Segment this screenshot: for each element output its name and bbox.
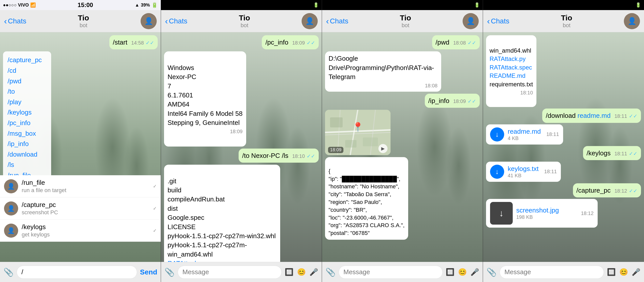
message-input-1[interactable] bbox=[17, 266, 137, 279]
chevron-left-icon-2: ‹ bbox=[165, 16, 168, 26]
msg-keylogs-cmd-text: /keylogs bbox=[587, 149, 610, 157]
readme-link[interactable]: README.md bbox=[490, 72, 526, 79]
input-icons-4: 🔲 😊 🎤 bbox=[607, 268, 640, 276]
cmd-play: /play bbox=[8, 97, 47, 108]
message-input-3[interactable] bbox=[339, 266, 443, 279]
ratattack-spec-link[interactable]: RATAttack.spec bbox=[490, 64, 532, 71]
msg-ipinfo-resp: { "ip": "██████████████", "hostname": "N… bbox=[325, 157, 408, 240]
ratattack-link[interactable]: RATAttack.py bbox=[168, 260, 207, 262]
back-label-1[interactable]: Chats bbox=[8, 17, 26, 25]
list-name-runfile: /run_file bbox=[22, 179, 149, 187]
cmd-msgbox: /msg_box bbox=[8, 128, 47, 139]
screenshot-download-info: screenshot.jpg 198 KB bbox=[516, 206, 575, 220]
back-button-3[interactable]: ‹ Chats bbox=[326, 16, 348, 26]
msg-row-ipinfo: /ip_info 18:09 ✓✓ bbox=[325, 94, 480, 108]
keylogs-download-icon[interactable]: ↓ bbox=[490, 165, 504, 179]
list-preview-capturepc: screenshot PC bbox=[22, 209, 149, 216]
map-inner: 📍 18:09 ▶ bbox=[325, 110, 391, 155]
message-input-4[interactable] bbox=[500, 266, 604, 279]
list-check-keylogs: ✓ bbox=[153, 228, 157, 233]
sticker-icon-3[interactable]: 🔲 bbox=[446, 268, 455, 276]
battery-icon-1: 🔋 bbox=[151, 2, 158, 8]
nav-center-3: Tio bot bbox=[348, 14, 463, 29]
attach-icon-1[interactable]: 📎 bbox=[4, 267, 14, 277]
msg-row-keylogs-cmd: /keylogs 18:11 ✓✓ bbox=[486, 146, 641, 160]
msg-row-pcinfo-resp: Windows Nexor-PC 7 6.1.7601 AMD64 Intel6… bbox=[164, 51, 319, 147]
map-bubble[interactable]: 📍 18:09 ▶ bbox=[325, 110, 391, 155]
status-left-1: ●●○○○ VIVO 📶 bbox=[3, 2, 36, 8]
attach-icon-2[interactable]: 📎 bbox=[165, 267, 175, 277]
back-button-1[interactable]: ‹ Chats bbox=[4, 16, 26, 26]
nav-bar-4: ‹ Chats Tio bot 👤 bbox=[483, 10, 644, 32]
cmd-ipinfo: /ip_info bbox=[8, 139, 47, 149]
panel-1: ●●○○○ VIVO 📶 15:00 ▲ 39% 🔋 ‹ Chats Tio b… bbox=[0, 0, 161, 282]
cmd-ls: /ls bbox=[8, 160, 47, 170]
back-button-4[interactable]: ‹ Chats bbox=[487, 16, 509, 26]
msg-pcinfo: /pc_info 18:09 ✓✓ bbox=[262, 35, 319, 49]
cmd-pwd: /pwd bbox=[8, 76, 47, 87]
list-right-capturepc: ✓ bbox=[153, 206, 157, 211]
nav-avatar-1[interactable]: 👤 bbox=[141, 13, 157, 29]
mic-icon-3[interactable]: 🎤 bbox=[470, 268, 479, 276]
status-right-1: ▲ 39% 🔋 bbox=[135, 2, 158, 8]
files-footer: 18:10 bbox=[490, 89, 533, 96]
nav-avatar-2[interactable]: 👤 bbox=[302, 13, 318, 29]
back-button-2[interactable]: ‹ Chats bbox=[165, 16, 187, 26]
mic-icon-4[interactable]: 🎤 bbox=[632, 268, 640, 276]
back-label-2[interactable]: Chats bbox=[169, 17, 187, 25]
readme-download-icon[interactable]: ↓ bbox=[490, 127, 504, 142]
keylogs-filesize: 41 KB bbox=[508, 173, 539, 179]
nav-avatar-3[interactable]: 👤 bbox=[463, 13, 479, 29]
list-avatar-capturepc: 👤 bbox=[4, 201, 18, 216]
screenshot-download-bubble[interactable]: ↓ screenshot.jpg 198 KB 18:12 bbox=[486, 199, 598, 228]
attach-icon-4[interactable]: 📎 bbox=[487, 267, 497, 277]
pwd-footer: 18:08 bbox=[329, 82, 438, 89]
readme-download-bubble[interactable]: ↓ readme.md 4 KB 18:11 bbox=[486, 124, 563, 145]
readme-filesize: 4 KB bbox=[508, 135, 541, 141]
list-item-keylogs[interactable]: 👤 /keylogs get keylogs ✓ bbox=[0, 220, 161, 242]
pcinfo-footer: 18:09 bbox=[168, 128, 243, 135]
msg-row-pwd: /pwd 18:08 ✓✓ bbox=[325, 35, 480, 49]
msg-start-check: ✓✓ bbox=[146, 40, 154, 46]
screenshot-download-icon[interactable]: ↓ bbox=[490, 202, 513, 225]
carrier-1: ●●○○○ VIVO bbox=[3, 3, 29, 8]
nav-avatar-4[interactable]: 👤 bbox=[624, 13, 640, 29]
attach-icon-3[interactable]: 📎 bbox=[326, 267, 336, 277]
chevron-left-icon-1: ‹ bbox=[4, 16, 7, 26]
back-label-3[interactable]: Chats bbox=[330, 17, 348, 25]
list-name-capturepc: /capture_pc bbox=[22, 201, 149, 209]
emoji-icon-3[interactable]: 😊 bbox=[458, 268, 467, 276]
msg-pcinfo-resp-text: Windows Nexor-PC 7 6.1.7601 AMD64 Intel6… bbox=[168, 64, 243, 126]
msg-ls: /to Nexor-PC /ls 18:10 ✓✓ bbox=[239, 149, 319, 163]
mic-icon-2[interactable]: 🎤 bbox=[309, 268, 318, 276]
emoji-icon-2[interactable]: 😊 bbox=[297, 268, 306, 276]
keylogs-download-bubble[interactable]: ↓ keylogs.txt 41 KB 18:11 bbox=[486, 162, 561, 182]
readme-download-info: readme.md 4 KB bbox=[508, 128, 541, 141]
chat-messages-4: win_amd64.whl RATAttack.py RATAttack.spe… bbox=[483, 32, 644, 262]
list-avatar-keylogs: 👤 bbox=[4, 224, 18, 238]
sticker-icon-2[interactable]: 🔲 bbox=[285, 268, 294, 276]
chat-area-1: /start 14:58 ✓✓ /capture_pc /cd /pwd /to… bbox=[0, 32, 161, 262]
emoji-icon-4[interactable]: 😊 bbox=[619, 268, 628, 276]
readme-download-link[interactable]: readme.md bbox=[577, 112, 611, 119]
nav-bar-1: ‹ Chats Tio bot 👤 bbox=[0, 10, 161, 32]
list-name-keylogs: /keylogs bbox=[22, 223, 149, 231]
back-label-4[interactable]: Chats bbox=[491, 17, 509, 25]
nav-bar-3: ‹ Chats Tio bot 👤 bbox=[322, 10, 483, 32]
message-input-2[interactable] bbox=[178, 266, 282, 279]
list-item-runfile[interactable]: 👤 /run_file run a file on target ✓ bbox=[0, 175, 161, 197]
msg-pwd-resp: D:\Google Drive\Programming\Python\RAT-v… bbox=[325, 51, 441, 91]
nav-subtitle-1: bot bbox=[80, 22, 87, 29]
list-item-capturepc[interactable]: 👤 /capture_pc screenshot PC ✓ bbox=[0, 197, 161, 220]
map-forward-icon[interactable]: ▶ bbox=[378, 144, 388, 153]
sticker-icon-4[interactable]: 🔲 bbox=[607, 268, 616, 276]
nav-title-1: Tio bbox=[78, 14, 89, 22]
list-content-keylogs: /keylogs get keylogs bbox=[22, 223, 149, 238]
chat-messages-3: /pwd 18:08 ✓✓ D:\Google Drive\Programmin… bbox=[322, 32, 483, 262]
panel-2: ●●○○○ VIVO 4G 18:11 ▲ 16% 🔋 ‹ Chats Tio … bbox=[161, 0, 322, 282]
ratattack-py-link[interactable]: RATAttack.py bbox=[490, 55, 526, 62]
send-button-1[interactable]: Send bbox=[140, 268, 157, 276]
msg-pwd-text: /pwd bbox=[436, 39, 449, 46]
readme-filename: readme.md bbox=[508, 128, 541, 135]
msg-ipinfo-resp-text: { "ip": "██████████████", "hostname": "N… bbox=[329, 168, 405, 236]
